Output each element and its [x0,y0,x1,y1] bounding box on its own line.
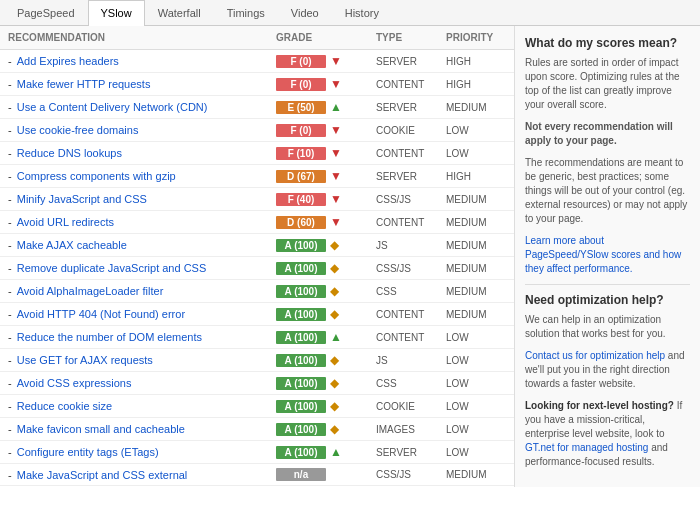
rec-link-5[interactable]: Compress components with gzip [17,170,176,182]
rec-link-8[interactable]: Make AJAX cacheable [17,239,127,251]
rec-link-1[interactable]: Make fewer HTTP requests [17,78,151,90]
row-grade-2: E (50)▲ [276,100,376,114]
grade-bar-18: n/a [276,468,326,481]
row-grade-0: F (0)▼ [276,54,376,68]
row-type-5: SERVER [376,171,446,182]
arrow-down-icon: ▼ [330,77,342,91]
row-type-10: CSS [376,286,446,297]
table-row: - Make fewer HTTP requestsF (0)▼CONTENTH… [0,73,514,96]
row-type-0: SERVER [376,56,446,67]
row-priority-12: LOW [446,332,506,343]
row-grade-8: A (100)◆ [276,238,376,252]
rec-link-0[interactable]: Add Expires headers [17,55,119,67]
row-priority-10: MEDIUM [446,286,506,297]
tabs-container: PageSpeedYSlowWaterfallTimingsVideoHisto… [0,0,700,26]
optimization-title: Need optimization help? [525,293,690,307]
scores-link1[interactable]: Learn more about PageSpeed/YSlow scores … [525,235,681,274]
row-type-4: CONTENT [376,148,446,159]
grade-bar-1: F (0) [276,78,326,91]
tab-pagespeed[interactable]: PageSpeed [4,0,88,25]
grade-bar-14: A (100) [276,377,326,390]
row-type-8: JS [376,240,446,251]
arrow-down-icon: ▼ [330,146,342,160]
header-priority: PRIORITY [446,32,506,43]
dash-icon: - [8,239,17,251]
row-priority-7: MEDIUM [446,217,506,228]
row-type-16: IMAGES [376,424,446,435]
hosting-link3[interactable]: GT.net for managed hosting [525,442,648,453]
grade-bar-7: D (60) [276,216,326,229]
rec-link-16[interactable]: Make favicon small and cacheable [17,423,185,435]
table-row: - Use GET for AJAX requestsA (100)◆JSLOW [0,349,514,372]
rec-link-3[interactable]: Use cookie-free domains [17,124,139,136]
row-grade-6: F (40)▼ [276,192,376,206]
row-rec-5: - Compress components with gzip [8,170,276,182]
rec-link-4[interactable]: Reduce DNS lookups [17,147,122,159]
arrow-down-icon: ▼ [330,192,342,206]
row-rec-6: - Minify JavaScript and CSS [8,193,276,205]
rec-link-14[interactable]: Avoid CSS expressions [17,377,132,389]
row-rec-16: - Make favicon small and cacheable [8,423,276,435]
rec-link-7[interactable]: Avoid URL redirects [17,216,114,228]
row-grade-18: n/a [276,468,376,481]
table-row: - Reduce cookie sizeA (100)◆COOKIELOW [0,395,514,418]
table-row: - Reduce DNS lookupsF (10)▼CONTENTLOW [0,142,514,165]
table-row: - Avoid CSS expressionsA (100)◆CSSLOW [0,372,514,395]
rec-link-11[interactable]: Avoid HTTP 404 (Not Found) error [17,308,185,320]
row-priority-16: LOW [446,424,506,435]
row-priority-5: HIGH [446,171,506,182]
rec-link-9[interactable]: Remove duplicate JavaScript and CSS [17,262,207,274]
row-type-3: COOKIE [376,125,446,136]
dash-icon: - [8,101,17,113]
row-priority-13: LOW [446,355,506,366]
rec-link-15[interactable]: Reduce cookie size [17,400,112,412]
row-priority-0: HIGH [446,56,506,67]
row-grade-15: A (100)◆ [276,399,376,413]
arrow-diamond-icon: ◆ [330,422,339,436]
table-row: - Remove duplicate JavaScript and CSSA (… [0,257,514,280]
row-rec-0: - Add Expires headers [8,55,276,67]
rec-link-13[interactable]: Use GET for AJAX requests [17,354,153,366]
row-rec-4: - Reduce DNS lookups [8,147,276,159]
grade-bar-4: F (10) [276,147,326,160]
rec-link-10[interactable]: Avoid AlphaImageLoader filter [17,285,164,297]
row-rec-9: - Remove duplicate JavaScript and CSS [8,262,276,274]
row-type-11: CONTENT [376,309,446,320]
row-priority-17: LOW [446,447,506,458]
rec-link-17[interactable]: Configure entity tags (ETags) [17,446,159,458]
row-grade-10: A (100)◆ [276,284,376,298]
row-type-13: JS [376,355,446,366]
dash-icon: - [8,308,17,320]
row-type-6: CSS/JS [376,194,446,205]
row-priority-18: MEDIUM [446,469,506,480]
tab-bar: PageSpeedYSlowWaterfallTimingsVideoHisto… [0,0,700,26]
tab-history[interactable]: History [332,0,392,25]
row-rec-11: - Avoid HTTP 404 (Not Found) error [8,308,276,320]
optimization-link2[interactable]: Contact us for optimization help [525,350,665,361]
scores-title: What do my scores mean? [525,36,690,50]
divider [525,284,690,285]
rec-link-12[interactable]: Reduce the number of DOM elements [17,331,202,343]
tab-video[interactable]: Video [278,0,332,25]
rec-link-18[interactable]: Make JavaScript and CSS external [17,469,188,481]
arrow-diamond-icon: ◆ [330,376,339,390]
table-row: - Make AJAX cacheableA (100)◆JSMEDIUM [0,234,514,257]
arrow-down-icon: ▼ [330,54,342,68]
dash-icon: - [8,377,17,389]
row-type-2: SERVER [376,102,446,113]
row-grade-12: A (100)▲ [276,330,376,344]
rec-link-2[interactable]: Use a Content Delivery Network (CDN) [17,101,208,113]
row-priority-3: LOW [446,125,506,136]
grade-bar-5: D (67) [276,170,326,183]
grade-bar-12: A (100) [276,331,326,344]
row-rec-8: - Make AJAX cacheable [8,239,276,251]
row-type-17: SERVER [376,447,446,458]
arrow-down-icon: ▼ [330,123,342,137]
tab-waterfall[interactable]: Waterfall [145,0,214,25]
table-rows: - Add Expires headersF (0)▼SERVERHIGH- M… [0,50,514,486]
tab-timings[interactable]: Timings [214,0,278,25]
tab-yslow[interactable]: YSlow [88,0,145,26]
rec-link-6[interactable]: Minify JavaScript and CSS [17,193,147,205]
left-panel: RECOMMENDATION GRADE TYPE PRIORITY - Add… [0,26,515,487]
row-grade-7: D (60)▼ [276,215,376,229]
